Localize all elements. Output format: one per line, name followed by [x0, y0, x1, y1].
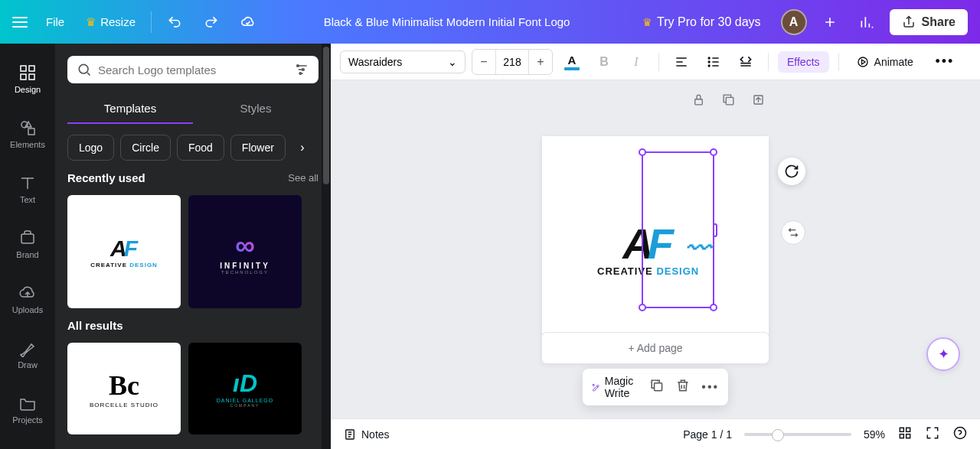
assistant-fab[interactable]: ✦ — [926, 337, 960, 371]
canvas-page[interactable]: A F 〰 CREATIVE DESIGN — [542, 136, 769, 363]
magic-write-button[interactable]: Magic Write — [592, 375, 639, 399]
svg-rect-0 — [21, 66, 26, 71]
separator — [838, 53, 839, 71]
selection-box[interactable] — [642, 151, 714, 308]
resize-button[interactable]: ♛ Resize — [80, 11, 142, 34]
try-pro-button[interactable]: ♛ Try Pro for 30 days — [632, 9, 771, 35]
regenerate-button[interactable] — [778, 158, 805, 185]
chip-circle[interactable]: Circle — [120, 135, 171, 161]
nav-text[interactable]: Text — [0, 161, 55, 216]
zoom-slider[interactable] — [744, 433, 851, 436]
template-thumb[interactable]: AF CREATIVE DESIGN — [67, 195, 181, 308]
more-toolbar-button[interactable]: ••• — [932, 49, 958, 75]
delete-button[interactable] — [675, 378, 691, 396]
grid-view-button[interactable] — [897, 425, 913, 444]
separator — [768, 53, 769, 71]
thumb-subtitle: COMPANY — [230, 403, 260, 408]
collapse-pages-icon[interactable]: ︿ — [649, 372, 662, 388]
nav-label: Uploads — [12, 305, 43, 314]
template-thumb[interactable]: Bc BORCELLE STUDIO — [67, 343, 181, 434]
undo-button[interactable] — [161, 8, 188, 36]
chip-flower[interactable]: Flower — [230, 135, 286, 161]
notes-label: Notes — [361, 428, 390, 441]
spacing-button[interactable] — [733, 49, 759, 75]
swap-button[interactable] — [781, 220, 805, 245]
chip-food[interactable]: Food — [177, 135, 224, 161]
lock-icon[interactable] — [691, 93, 706, 107]
thumb-title: INFINITY — [220, 262, 270, 270]
svg-rect-22 — [900, 434, 903, 438]
font-size-input[interactable] — [495, 50, 529, 74]
redo-button[interactable] — [198, 8, 225, 36]
help-button[interactable] — [952, 425, 968, 444]
nav-label: Draw — [18, 360, 38, 369]
search-icon — [77, 62, 92, 77]
font-name: Wasraiders — [348, 56, 402, 68]
resize-handle[interactable] — [639, 148, 646, 156]
editor-toolbar: Wasraiders ⌄ − + A B I Effects Animate •… — [331, 44, 980, 80]
nav-uploads[interactable]: Uploads — [0, 272, 55, 327]
list-button[interactable] — [701, 49, 727, 75]
main-menu-button[interactable] — [12, 17, 31, 28]
template-thumb[interactable]: ıD DANIEL GALLEGO COMPANY — [188, 343, 302, 434]
share-label: Share — [922, 15, 956, 29]
analytics-button[interactable] — [853, 8, 880, 36]
font-family-select[interactable]: Wasraiders ⌄ — [340, 50, 466, 73]
file-menu[interactable]: File — [40, 11, 70, 33]
svg-point-11 — [708, 57, 710, 59]
tab-templates[interactable]: Templates — [67, 94, 193, 124]
svg-rect-2 — [21, 74, 26, 80]
crown-icon: ♛ — [642, 16, 652, 28]
animate-label: Animate — [874, 56, 913, 68]
nav-label: Text — [20, 195, 35, 204]
recently-used-title: Recently used — [67, 171, 145, 184]
cloud-sync-icon[interactable] — [234, 8, 262, 36]
separator — [658, 53, 659, 71]
nav-projects[interactable]: Projects — [0, 382, 55, 437]
nav-draw[interactable]: Draw — [0, 327, 55, 382]
try-pro-label: Try Pro for 30 days — [657, 15, 760, 29]
animate-button[interactable]: Animate — [848, 50, 921, 73]
resize-handle[interactable] — [710, 148, 717, 156]
panel-scrollbar[interactable] — [322, 44, 331, 449]
italic-button[interactable]: I — [623, 49, 649, 75]
thumb-title: DANIEL GALLEGO — [217, 398, 273, 403]
alignment-button[interactable] — [668, 49, 694, 75]
fullscreen-button[interactable] — [925, 425, 940, 444]
chip-logo[interactable]: Logo — [67, 135, 114, 161]
all-results-title: All results — [67, 319, 123, 332]
add-page-button[interactable]: + Add page — [542, 333, 769, 363]
document-title[interactable]: Black & Blue Minimalist Modern Initial F… — [271, 15, 622, 28]
export-page-icon[interactable] — [751, 93, 766, 107]
nav-design[interactable]: Design — [0, 51, 55, 106]
zoom-value[interactable]: 59% — [864, 428, 885, 441]
add-member-button[interactable] — [816, 8, 844, 36]
template-thumb[interactable]: ∞ INFINITY TECHNOLOGY — [188, 195, 302, 308]
page-indicator[interactable]: Page 1 / 1 — [683, 428, 732, 441]
text-color-button[interactable]: A — [559, 49, 585, 75]
nav-elements[interactable]: Elements — [0, 106, 55, 161]
nav-brand[interactable]: Brand — [0, 216, 55, 272]
font-size-increase[interactable]: + — [529, 50, 552, 74]
tab-styles[interactable]: Styles — [193, 94, 318, 124]
duplicate-page-icon[interactable] — [721, 93, 736, 107]
side-panel: Templates Styles Logo Circle Food Flower… — [55, 44, 331, 449]
filter-icon[interactable] — [294, 62, 309, 77]
bold-button[interactable]: B — [591, 49, 617, 75]
svg-rect-21 — [906, 428, 910, 431]
resize-handle[interactable] — [710, 304, 717, 311]
bottom-bar: Notes Page 1 / 1 59% — [331, 418, 980, 449]
notes-button[interactable]: Notes — [343, 428, 390, 441]
avatar[interactable]: A — [781, 9, 807, 35]
more-context-button[interactable]: ••• — [701, 380, 719, 394]
search-input[interactable] — [98, 63, 288, 76]
share-button[interactable]: Share — [890, 9, 968, 35]
crown-icon: ♛ — [86, 15, 96, 29]
effects-button[interactable]: Effects — [778, 51, 829, 73]
chips-scroll-right[interactable]: › — [292, 137, 313, 158]
svg-point-7 — [79, 64, 88, 73]
resize-handle[interactable] — [713, 223, 717, 237]
resize-handle[interactable] — [639, 304, 646, 311]
see-all-link[interactable]: See all — [288, 172, 318, 184]
font-size-decrease[interactable]: − — [472, 50, 495, 74]
